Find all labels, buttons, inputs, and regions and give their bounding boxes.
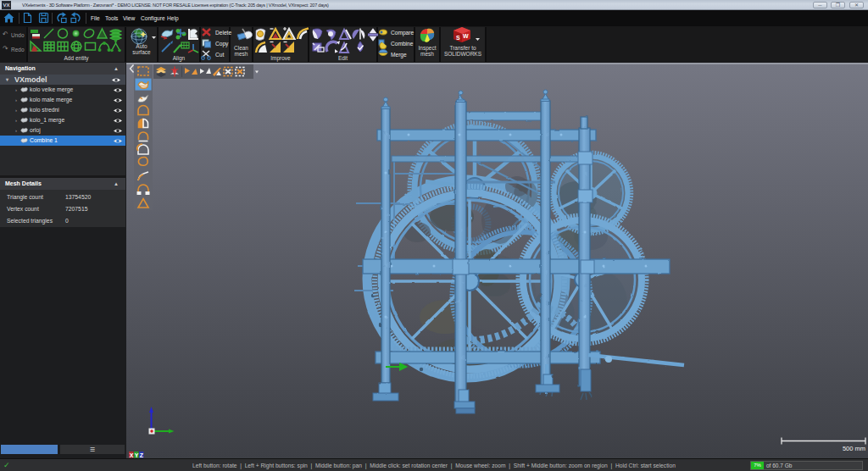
svg-text:500 mm: 500 mm [843, 445, 865, 452]
svg-text:W: W [463, 33, 469, 39]
svg-text:Delete: Delete [215, 30, 231, 36]
svg-text:Compare: Compare [391, 30, 414, 36]
svg-text:Copy: Copy [215, 41, 229, 47]
svg-text:X: X [130, 452, 134, 458]
svg-text:Combine: Combine [391, 41, 414, 47]
svg-text:Merge: Merge [391, 52, 407, 58]
svg-text:Z: Z [140, 452, 144, 458]
svg-text:S: S [456, 35, 460, 41]
svg-text:Cut: Cut [215, 52, 224, 58]
svg-text:Y: Y [135, 452, 139, 458]
